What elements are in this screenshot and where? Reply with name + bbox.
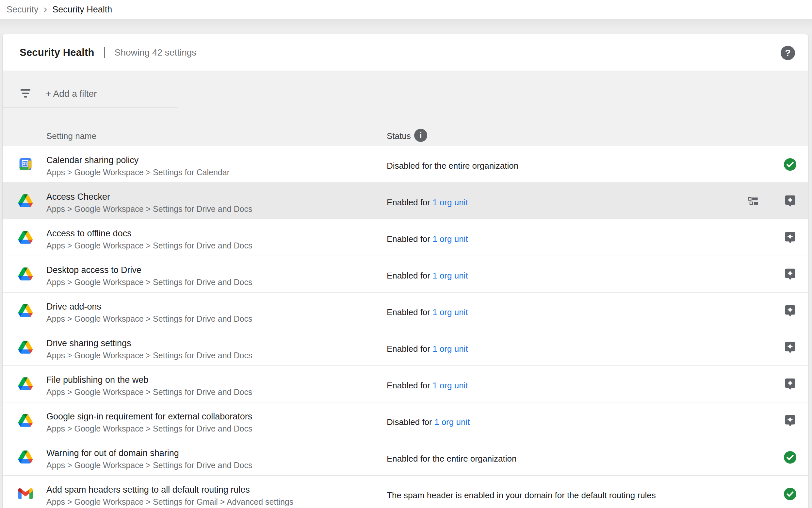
google-drive-icon <box>18 340 33 354</box>
table-row[interactable]: Add spam headers setting to all default … <box>3 476 808 508</box>
status-text: Disabled for <box>387 417 434 427</box>
breadcrumb-chevron-icon: › <box>44 3 47 15</box>
setting-name: Warning for out of domain sharing <box>46 448 179 459</box>
setting-status: Enabled for 1 org unit <box>387 380 468 391</box>
setting-name: Calendar sharing policy <box>46 155 139 166</box>
setting-status: Disabled for 1 org unit <box>387 417 470 427</box>
title-divider <box>104 47 105 58</box>
setting-path: Apps > Google Workspace > Settings for D… <box>46 387 252 397</box>
table-row[interactable]: Google sign-in requirement for external … <box>3 403 808 439</box>
google-drive-icon <box>18 303 33 318</box>
check-circle-icon <box>783 450 797 465</box>
status-text: Enabled for <box>387 271 432 281</box>
org-unit-link[interactable]: 1 org unit <box>432 234 468 244</box>
org-unit-link[interactable]: 1 org unit <box>432 381 468 390</box>
flag-badge-icon[interactable] <box>783 414 797 429</box>
table-row[interactable]: File publishing on the web Apps > Google… <box>3 366 808 403</box>
setting-status: Enabled for 1 org unit <box>387 270 468 281</box>
table-row[interactable]: Access Checker Apps > Google Workspace >… <box>3 183 808 219</box>
add-filter-button[interactable]: + Add a filter <box>46 89 97 99</box>
setting-path: Apps > Google Workspace > Settings for D… <box>46 423 252 434</box>
setting-name: Desktop access to Drive <box>46 264 141 276</box>
flag-badge-icon[interactable] <box>783 377 797 392</box>
status-info-icon[interactable]: i <box>414 129 427 142</box>
org-unit-link[interactable]: 1 org unit <box>432 198 468 207</box>
card-header: Security Health Showing 42 settings ? <box>3 34 808 71</box>
setting-name: Add spam headers setting to all default … <box>46 484 250 495</box>
google-calendar-icon: 31 <box>18 157 33 171</box>
setting-name: Drive add-ons <box>46 301 101 312</box>
security-health-card: Security Health Showing 42 settings ? + … <box>3 34 808 508</box>
status-text: Enabled for <box>387 381 432 390</box>
google-drive-icon <box>18 450 33 464</box>
check-circle-icon <box>783 157 797 172</box>
breadcrumb-current-page: Security Health <box>52 5 112 15</box>
flag-badge-icon[interactable] <box>783 340 797 355</box>
flag-badge-icon[interactable] <box>783 267 797 282</box>
google-drive-icon <box>18 230 33 245</box>
google-drive-icon <box>18 267 33 281</box>
settings-count: Showing 42 settings <box>115 47 197 58</box>
table-row[interactable]: Access to offline docs Apps > Google Wor… <box>3 219 808 256</box>
flag-badge-icon[interactable] <box>783 230 797 246</box>
check-circle-icon <box>783 487 797 502</box>
setting-name: Access Checker <box>46 191 110 202</box>
setting-path: Apps > Google Workspace > Settings for D… <box>46 277 252 287</box>
setting-path: Apps > Google Workspace > Settings for G… <box>46 497 293 507</box>
breadcrumb-security-link[interactable]: Security <box>6 5 39 15</box>
page-title: Security Health <box>19 47 94 58</box>
status-text: Enabled for the entire organization <box>387 454 517 464</box>
flag-badge-icon[interactable] <box>783 194 797 209</box>
google-drive-icon <box>18 377 33 391</box>
table-row[interactable]: Drive add-ons Apps > Google Workspace > … <box>3 293 808 329</box>
org-chart-icon[interactable] <box>748 197 760 205</box>
table-row[interactable]: Drive sharing settings Apps > Google Wor… <box>3 329 808 366</box>
org-unit-link[interactable]: 1 org unit <box>432 271 468 281</box>
setting-name: Google sign-in requirement for external … <box>46 411 252 422</box>
gmail-icon <box>18 486 33 501</box>
setting-status: Enabled for 1 org unit <box>387 197 468 208</box>
setting-status: Enabled for 1 org unit <box>387 234 468 244</box>
status-text: Enabled for <box>387 198 432 207</box>
status-text: Enabled for <box>387 307 432 317</box>
setting-path: Apps > Google Workspace > Settings for C… <box>46 167 230 177</box>
table-header: Setting name Status i <box>3 108 808 146</box>
page-background-band <box>0 19 812 34</box>
setting-path: Apps > Google Workspace > Settings for D… <box>46 313 252 324</box>
google-drive-icon <box>18 194 33 208</box>
settings-list: 31 Calendar sharing policy Apps > Google… <box>3 146 808 508</box>
setting-name: Drive sharing settings <box>46 338 131 349</box>
table-row[interactable]: Desktop access to Drive Apps > Google Wo… <box>3 256 808 293</box>
setting-status: Disabled for the entire organization <box>387 161 518 171</box>
setting-path: Apps > Google Workspace > Settings for D… <box>46 350 252 361</box>
security-health-page: Security › Security Health Security Heal… <box>0 0 812 508</box>
help-icon[interactable]: ? <box>781 46 795 60</box>
setting-status: Enabled for 1 org unit <box>387 307 468 318</box>
column-setting-name: Setting name <box>46 131 96 141</box>
status-text: Enabled for <box>387 344 432 354</box>
table-row[interactable]: Warning for out of domain sharing Apps >… <box>3 439 808 476</box>
setting-status: The spam header is enabled in your domai… <box>387 490 656 501</box>
org-unit-link[interactable]: 1 org unit <box>432 344 468 354</box>
status-text: The spam header is enabled in your domai… <box>387 490 656 500</box>
status-text: Enabled for <box>387 234 432 244</box>
org-unit-link[interactable]: 1 org unit <box>434 417 470 427</box>
setting-path: Apps > Google Workspace > Settings for D… <box>46 240 252 251</box>
setting-status: Enabled for 1 org unit <box>387 344 468 354</box>
table-row[interactable]: 31 Calendar sharing policy Apps > Google… <box>3 146 808 183</box>
column-status: Status <box>387 131 411 141</box>
setting-status: Enabled for the entire organization <box>387 454 517 464</box>
svg-text:31: 31 <box>23 162 28 166</box>
org-unit-link[interactable]: 1 org unit <box>432 307 468 317</box>
filter-bar: + Add a filter <box>3 71 808 108</box>
filter-icon <box>19 89 31 98</box>
setting-path: Apps > Google Workspace > Settings for D… <box>46 204 252 214</box>
flag-badge-icon[interactable] <box>783 304 797 319</box>
status-text: Disabled for the entire organization <box>387 161 518 171</box>
setting-name: Access to offline docs <box>46 228 132 239</box>
breadcrumb: Security › Security Health <box>0 0 812 19</box>
setting-path: Apps > Google Workspace > Settings for D… <box>46 460 252 470</box>
google-drive-icon <box>18 413 33 428</box>
setting-name: File publishing on the web <box>46 374 148 385</box>
